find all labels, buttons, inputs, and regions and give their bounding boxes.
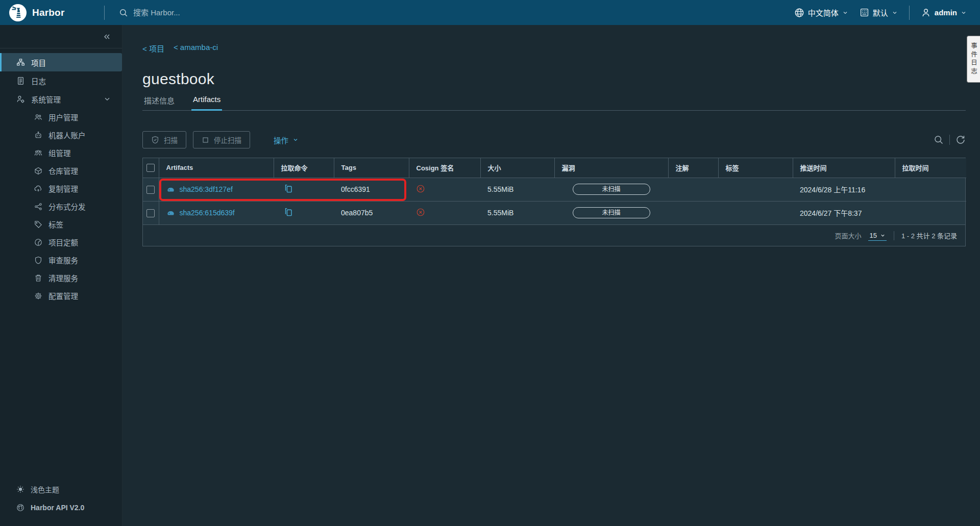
actions-dropdown[interactable]: 操作	[274, 135, 299, 145]
logs-icon	[16, 77, 25, 85]
column-header-pull-command: 拉取命令	[274, 158, 334, 178]
harbor-api-link[interactable]: Harbor API V2.0	[0, 498, 122, 517]
robot-icon	[34, 131, 42, 139]
copy-icon[interactable]	[284, 184, 293, 193]
breadcrumb-projects-link[interactable]: < 项目	[142, 43, 164, 54]
annotation-cell	[668, 201, 718, 224]
tag-icon	[34, 220, 42, 229]
projects-icon	[16, 58, 25, 67]
pull-time-cell	[895, 201, 966, 224]
sidebar-item-clean-up[interactable]: 清理服务	[0, 269, 122, 287]
chevron-down-icon	[842, 10, 848, 16]
x-circle-unsigned-icon	[416, 208, 425, 217]
global-search-input[interactable]	[132, 8, 347, 17]
sidebar-collapse-row	[0, 25, 122, 48]
sidebar-item-interrogation-services[interactable]: 审查服务	[0, 251, 122, 269]
theme-selector[interactable]: 默认	[860, 7, 898, 18]
language-selector[interactable]: 中文简体	[794, 7, 848, 18]
column-header-pull-time: 拉取时间	[895, 158, 966, 178]
refresh-icon[interactable]	[955, 135, 966, 145]
brand[interactable]: Harbor	[0, 0, 104, 25]
user-icon	[921, 8, 931, 18]
sidebar-item-logs[interactable]: 日志	[0, 71, 122, 90]
tabs: 描述信息 Artifacts	[142, 95, 966, 111]
row-select-cell	[143, 178, 159, 201]
sidebar-footer: 浅色主题 Harbor API V2.0	[0, 480, 122, 526]
sidebar-item-registries[interactable]: 仓库管理	[0, 162, 122, 180]
pagination-divider	[894, 231, 894, 240]
pull-time-cell	[895, 178, 966, 201]
stop-scan-button-label: 停止扫描	[214, 135, 241, 145]
harbor-lighthouse-logo	[9, 4, 27, 22]
artifact-icon	[166, 185, 175, 194]
size-cell: 5.55MiB	[480, 178, 554, 201]
trash-icon	[34, 274, 42, 282]
page-size-label: 页面大小	[835, 231, 861, 240]
column-header-size: 大小	[480, 158, 554, 178]
artifact-icon	[166, 209, 175, 217]
sidebar-item-replications[interactable]: 复制管理	[0, 180, 122, 197]
column-header-artifacts: Artifacts	[159, 158, 274, 178]
select-all-checkbox[interactable]	[146, 164, 155, 172]
sidebar-nav: 项目 日志 系统管理	[0, 48, 122, 480]
table-header-row: Artifacts 拉取命令 Tags Cosign 签名 大小 漏洞 注解 标…	[143, 158, 966, 178]
pagination: 页面大小 15 1 - 2 共计 2 条记录	[143, 224, 965, 246]
x-circle-unsigned-icon	[416, 184, 425, 193]
pagination-range: 1 - 2 共计 2 条记录	[901, 231, 957, 240]
sidebar-item-label: 清理服务	[48, 272, 78, 283]
vulnerability-cell: 未扫描	[554, 201, 668, 224]
quota-pie-icon	[34, 238, 42, 246]
breadcrumb-project-link[interactable]: < amamba-ci	[174, 43, 218, 54]
tab-artifacts[interactable]: Artifacts	[191, 95, 222, 110]
column-header-cosign: Cosign 签名	[409, 158, 480, 178]
sidebar-item-user-management[interactable]: 用户管理	[0, 108, 122, 126]
push-time-cell: 2024/6/27 下午8:37	[793, 201, 895, 224]
sidebar-item-label: 仓库管理	[48, 165, 78, 176]
scan-button[interactable]: 扫描	[142, 131, 186, 148]
cosign-cell	[409, 178, 480, 201]
stop-square-icon	[202, 136, 209, 144]
cloud-replication-icon	[34, 185, 42, 193]
theme-toggle-label: 浅色主题	[31, 484, 59, 494]
sun-icon	[16, 485, 24, 493]
sidebar-item-label: 项目	[31, 57, 46, 68]
artifact-cell: sha256:615d639f	[159, 201, 274, 224]
light-theme-toggle[interactable]: 浅色主题	[0, 480, 122, 498]
copy-icon[interactable]	[284, 207, 293, 217]
page-title: guestbook	[142, 70, 966, 88]
sidebar-item-distribution[interactable]: 分布式分发	[0, 197, 122, 215]
event-log-tab[interactable]: 事件日志	[967, 36, 980, 83]
sidebar-item-label: 组管理	[48, 147, 71, 158]
chevron-down-icon	[292, 137, 299, 143]
not-scanned-badge: 未扫描	[573, 184, 650, 195]
tab-summary[interactable]: 描述信息	[142, 95, 176, 110]
event-log-tab-label: 事件日志	[969, 42, 978, 76]
page-size-select[interactable]: 15	[868, 231, 886, 241]
user-menu[interactable]: admin	[921, 8, 967, 18]
theme-label: 默认	[873, 7, 888, 18]
sidebar-item-labels[interactable]: 标签	[0, 215, 122, 233]
toolbar-divider	[949, 135, 950, 145]
sidebar-item-group-management[interactable]: 组管理	[0, 144, 122, 162]
stop-scan-button[interactable]: 停止扫描	[193, 131, 250, 148]
artifacts-table: Artifacts 拉取命令 Tags Cosign 签名 大小 漏洞 注解 标…	[143, 158, 966, 224]
header-actions: 中文简体 默认 admin	[794, 6, 980, 20]
share-icon	[34, 203, 42, 211]
artifact-digest-link[interactable]: sha256:615d639f	[180, 209, 235, 217]
sidebar-item-configuration[interactable]: 配置管理	[0, 287, 122, 305]
pull-command-cell	[274, 178, 334, 201]
row-checkbox[interactable]	[146, 186, 155, 194]
sidebar-item-project-quotas[interactable]: 项目定额	[0, 233, 122, 251]
sidebar-item-projects[interactable]: 项目	[0, 53, 122, 71]
labels-cell	[718, 201, 793, 224]
sidebar-item-robot-accounts[interactable]: 机器人账户	[0, 126, 122, 144]
collapse-double-chevron-icon[interactable]	[103, 33, 111, 41]
row-checkbox[interactable]	[146, 209, 155, 217]
not-scanned-badge: 未扫描	[573, 207, 650, 218]
shield-check-icon	[151, 136, 159, 144]
sidebar-item-label: 日志	[31, 76, 46, 86]
artifact-digest-link[interactable]: sha256:3df127ef	[180, 185, 233, 193]
sidebar-item-administration[interactable]: 系统管理	[0, 90, 122, 108]
search-icon[interactable]	[934, 135, 944, 145]
vulnerability-cell: 未扫描	[554, 178, 668, 201]
